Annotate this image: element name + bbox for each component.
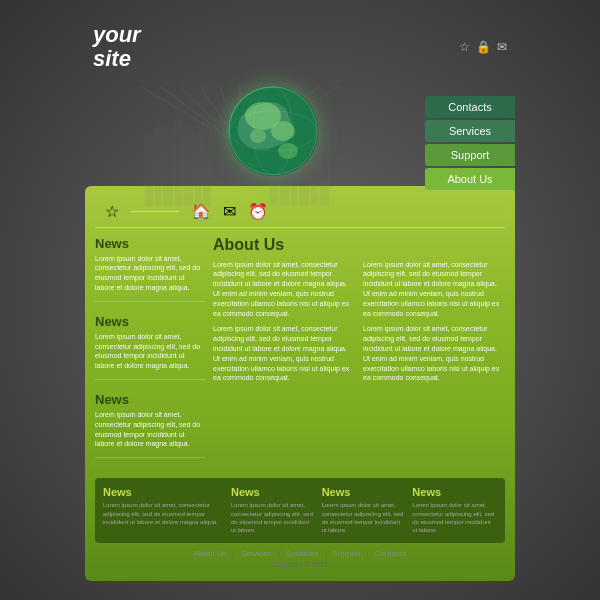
main-body: About Us Lorem ipsum dolor sit amet, con… (213, 236, 505, 471)
news-item-3: News Lorem ipsum dolor sit amet, consect… (95, 392, 205, 458)
top-icons: ☆ 🔒 ✉ (459, 40, 507, 54)
about-p3: Lorem ipsum dolor sit amet, consectetur … (363, 260, 505, 319)
globe (228, 86, 318, 176)
svg-rect-12 (155, 126, 161, 206)
star-icon[interactable]: ☆ (459, 40, 470, 54)
bottom-news-label-1: News (231, 486, 316, 498)
news-item-1: News Lorem ipsum dolor sit amet, consect… (95, 236, 205, 302)
nav-tab-aboutus[interactable]: About Us (425, 168, 515, 190)
bottom-section: News Lorem ipsum dolor sit amet, consect… (95, 478, 505, 543)
svg-rect-23 (320, 136, 329, 206)
bottom-left-news-text: Lorem ipsum dolor sit amet, consectetur … (103, 501, 223, 526)
globe-svg (228, 86, 318, 176)
content-grid: News Lorem ipsum dolor sit amet, consect… (95, 236, 505, 471)
footer-links: About Us | Services | Solutions | Suppor… (99, 549, 501, 558)
bottom-news-label-2: News (322, 486, 407, 498)
svg-rect-14 (175, 121, 182, 206)
bottom-left-news: News Lorem ipsum dolor sit amet, consect… (103, 486, 223, 535)
bottom-news-col-2: News Lorem ipsum dolor sit amet, consect… (322, 486, 407, 535)
about-columns: Lorem ipsum dolor sit amet, consectetur … (213, 260, 505, 384)
bottom-news-text-3: Lorem ipsum dolor sit amet, consectetur … (412, 501, 497, 535)
about-col-1: Lorem ipsum dolor sit amet, consectetur … (213, 260, 355, 384)
news-text-2: Lorem ipsum dolor sit amet, consectetur … (95, 332, 205, 371)
bottom-news-label-3: News (412, 486, 497, 498)
svg-rect-16 (195, 134, 201, 206)
top-bar: your site ☆ 🔒 ✉ (85, 19, 515, 75)
mail-icon: ✉ (497, 40, 507, 54)
bottom-news-text-1: Lorem ipsum dolor sit amet, consectetur … (231, 501, 316, 535)
svg-point-26 (271, 121, 295, 141)
about-col-2: Lorem ipsum dolor sit amet, consectetur … (363, 260, 505, 384)
footer-link-contacts[interactable]: Contacts (375, 549, 407, 558)
left-sidebar: News Lorem ipsum dolor sit amet, consect… (95, 236, 205, 471)
footer-copyright: Copyright © 2012 (99, 561, 501, 568)
nav-tab-services[interactable]: Services (425, 120, 515, 142)
news-label-1: News (95, 236, 205, 251)
news-text-1: Lorem ipsum dolor sit amet, consectetur … (95, 254, 205, 293)
news-label-3: News (95, 392, 205, 407)
svg-rect-15 (184, 128, 193, 206)
svg-rect-11 (145, 136, 153, 206)
bottom-left-news-label: News (103, 486, 223, 498)
about-p4: Lorem ipsum dolor sit amet, consectetur … (363, 324, 505, 383)
about-title: About Us (213, 236, 505, 254)
lock-icon: 🔒 (476, 40, 491, 54)
footer-link-services[interactable]: Services (241, 549, 272, 558)
svg-point-28 (278, 143, 298, 159)
nav-tabs: Contacts Services Support About Us (425, 96, 515, 190)
svg-rect-17 (203, 124, 211, 206)
bottom-news-col-3: News Lorem ipsum dolor sit amet, consect… (412, 486, 497, 535)
svg-point-25 (245, 102, 281, 130)
about-p2: Lorem ipsum dolor sit amet, consectetur … (213, 324, 355, 383)
header-area: Contacts Services Support About Us (85, 76, 515, 206)
nav-tab-contacts[interactable]: Contacts (425, 96, 515, 118)
footer-link-support[interactable]: Support (333, 549, 361, 558)
site-title: your site (93, 23, 141, 71)
news-label-2: News (95, 314, 205, 329)
footer: About Us | Services | Solutions | Suppor… (95, 543, 505, 571)
svg-rect-13 (163, 131, 173, 206)
about-p1: Lorem ipsum dolor sit amet, consectetur … (213, 260, 355, 319)
bottom-news-col-1: News Lorem ipsum dolor sit amet, consect… (231, 486, 316, 535)
news-item-2: News Lorem ipsum dolor sit amet, consect… (95, 314, 205, 380)
bottom-news-cols: News Lorem ipsum dolor sit amet, consect… (231, 486, 497, 535)
footer-link-aboutus[interactable]: About Us (194, 549, 227, 558)
footer-link-solutions[interactable]: Solutions (286, 549, 319, 558)
bottom-grid: News Lorem ipsum dolor sit amet, consect… (103, 486, 497, 535)
nav-tab-support[interactable]: Support (425, 144, 515, 166)
main-content: ☆ ——— 🏠 ✉ ⏰ News Lorem ipsum dolor sit a… (85, 186, 515, 581)
svg-point-27 (250, 129, 266, 143)
news-text-3: Lorem ipsum dolor sit amet, consectetur … (95, 410, 205, 449)
bottom-news-text-2: Lorem ipsum dolor sit amet, consectetur … (322, 501, 407, 535)
